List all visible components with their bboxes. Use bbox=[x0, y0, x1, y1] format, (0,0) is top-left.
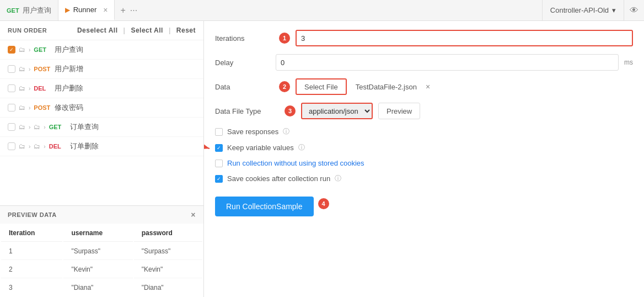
step-badge-1: 1 bbox=[279, 33, 290, 44]
request-item-1[interactable]: 🗂 › GET 用户查询 bbox=[0, 40, 203, 60]
username-1: "Surpass" bbox=[63, 243, 132, 260]
tab-bar: GET 用户查询 ▶ Runner × + ··· Controller-API… bbox=[0, 0, 644, 21]
data-file-type-label: Data File Type bbox=[215, 107, 276, 115]
save-cookies-info-icon[interactable]: ⓘ bbox=[335, 174, 341, 183]
method-2: POST bbox=[34, 66, 51, 72]
step-badge-3: 3 bbox=[285, 105, 296, 116]
save-responses-info-icon[interactable]: ⓘ bbox=[283, 127, 289, 136]
save-cookies-label: Save cookies after collection run bbox=[227, 174, 330, 183]
step-badge-2: 2 bbox=[279, 81, 290, 92]
checkbox-1[interactable] bbox=[8, 46, 15, 54]
env-chevron-icon: ▾ bbox=[612, 6, 616, 14]
folder-icon-5b: 🗂 bbox=[34, 123, 40, 131]
request-name-3: 用户删除 bbox=[55, 83, 83, 93]
preview-button[interactable]: Preview bbox=[378, 103, 420, 119]
save-responses-label: Save responses bbox=[227, 128, 278, 136]
chevron-4: › bbox=[29, 105, 30, 111]
delay-input[interactable] bbox=[276, 54, 619, 71]
chevron-5a: › bbox=[29, 124, 30, 130]
method-3: DEL bbox=[34, 85, 51, 92]
select-file-button[interactable]: Select File bbox=[296, 78, 347, 95]
save-cookies-row: Save cookies after collection run ⓘ bbox=[215, 174, 633, 183]
env-name: Controller-API-Old bbox=[550, 6, 609, 14]
iterations-label: Iterations bbox=[215, 34, 270, 43]
save-cookies-checkbox[interactable] bbox=[215, 175, 223, 183]
table-row: 2 "Kevin" "Kevin" bbox=[1, 261, 202, 278]
iterations-input[interactable] bbox=[296, 30, 633, 46]
request-item-2[interactable]: 🗂 › POST 用户新增 bbox=[0, 60, 203, 79]
run-without-cookies-label: Run collection without using stored cook… bbox=[227, 159, 364, 167]
iter-1: 1 bbox=[1, 243, 62, 260]
step-badge-4: 4 bbox=[318, 198, 329, 209]
tab-close-runner[interactable]: × bbox=[103, 6, 108, 14]
select-all-btn[interactable]: Select All bbox=[131, 26, 163, 34]
left-panel: RUN ORDER Deselect All | Select All | Re… bbox=[0, 21, 204, 297]
checkbox-6[interactable] bbox=[8, 142, 15, 150]
save-responses-row: Save responses ⓘ bbox=[215, 127, 633, 136]
iter-2: 2 bbox=[1, 261, 62, 278]
keep-variable-info-icon[interactable]: ⓘ bbox=[298, 143, 305, 152]
delay-row: Delay ms bbox=[215, 54, 633, 71]
request-name-1: 用户查询 bbox=[55, 45, 83, 55]
request-item-3[interactable]: 🗂 › DEL 用户删除 bbox=[0, 79, 203, 98]
request-name-6: 订单删除 bbox=[70, 141, 99, 151]
arrow-annotation bbox=[204, 137, 215, 160]
col-password: password bbox=[134, 225, 202, 242]
folder-icon-3: 🗂 bbox=[19, 84, 25, 92]
right-panel: Iterations 1 Delay ms Data 2 Select File… bbox=[204, 21, 644, 297]
delay-suffix: ms bbox=[624, 59, 633, 66]
data-file-type-row: Data File Type 3 application/json text/c… bbox=[215, 103, 633, 119]
tab-actions: + ··· bbox=[115, 6, 143, 15]
iter-3: 3 bbox=[1, 279, 62, 296]
run-order-label: RUN ORDER bbox=[8, 27, 47, 34]
keep-variable-row: Keep variable values ⓘ bbox=[215, 143, 633, 152]
chevron-3: › bbox=[29, 86, 30, 92]
password-1: "Surpass" bbox=[134, 243, 202, 260]
deselect-all-btn[interactable]: Deselect All bbox=[77, 26, 118, 34]
preview-header: PREVIEW DATA × bbox=[0, 206, 203, 224]
file-name-label: TestDataFile-2.json bbox=[356, 83, 417, 91]
folder-icon-2: 🗂 bbox=[19, 65, 25, 73]
reset-btn[interactable]: Reset bbox=[176, 26, 196, 34]
preview-section: PREVIEW DATA × Iteration username passwo… bbox=[0, 205, 203, 297]
file-remove-btn[interactable]: × bbox=[426, 82, 430, 91]
request-name-2: 用户新增 bbox=[55, 64, 83, 74]
request-item-6[interactable]: 🗂 › 🗂 › DEL 订单删除 bbox=[0, 137, 203, 156]
run-without-cookies-checkbox[interactable] bbox=[215, 160, 223, 167]
chevron-5b: › bbox=[44, 124, 45, 130]
table-row: 1 "Surpass" "Surpass" bbox=[1, 243, 202, 260]
tab-name-runner: Runner bbox=[73, 6, 97, 14]
run-collection-button[interactable]: Run CollectionSample bbox=[215, 197, 314, 216]
preview-close-btn[interactable]: × bbox=[191, 210, 196, 219]
checkbox-4[interactable] bbox=[8, 104, 15, 112]
password-3: "Diana" bbox=[134, 279, 202, 296]
tab-get-users[interactable]: GET 用户查询 bbox=[0, 0, 58, 20]
chevron-2: › bbox=[29, 66, 30, 72]
more-tabs-icon[interactable]: ··· bbox=[130, 6, 137, 15]
request-item-4[interactable]: 🗂 › POST 修改密码 bbox=[0, 98, 203, 118]
checkbox-3[interactable] bbox=[8, 84, 15, 92]
file-type-select[interactable]: application/json text/csv application/xm… bbox=[301, 103, 373, 119]
data-row: Data 2 Select File TestDataFile-2.json × bbox=[215, 78, 633, 95]
preview-table: Iteration username password 1 "Surpass" … bbox=[0, 224, 203, 297]
keep-variable-checkbox[interactable] bbox=[215, 144, 223, 152]
tab-runner[interactable]: ▶ Runner × bbox=[58, 0, 115, 20]
folder-icon-6b: 🗂 bbox=[34, 142, 40, 150]
eye-button[interactable]: 👁 bbox=[624, 0, 644, 20]
tab-name-users: 用户查询 bbox=[23, 6, 51, 15]
method-5: GET bbox=[49, 124, 67, 130]
save-responses-checkbox[interactable] bbox=[215, 128, 223, 136]
method-1: GET bbox=[34, 46, 51, 53]
method-4: POST bbox=[34, 104, 51, 111]
folder-icon-1: 🗂 bbox=[19, 46, 25, 54]
table-row: 3 "Diana" "Diana" bbox=[1, 279, 202, 296]
data-label: Data bbox=[215, 83, 270, 91]
env-selector[interactable]: Controller-API-Old ▾ bbox=[542, 0, 624, 20]
username-3: "Diana" bbox=[63, 279, 132, 296]
checkbox-5[interactable] bbox=[8, 123, 15, 131]
add-tab-icon[interactable]: + bbox=[120, 6, 125, 15]
username-2: "Kevin" bbox=[63, 261, 132, 278]
request-item-5[interactable]: 🗂 › 🗂 › GET 订单查询 bbox=[0, 118, 203, 137]
checkbox-2[interactable] bbox=[8, 65, 15, 73]
col-iteration: Iteration bbox=[1, 225, 62, 242]
